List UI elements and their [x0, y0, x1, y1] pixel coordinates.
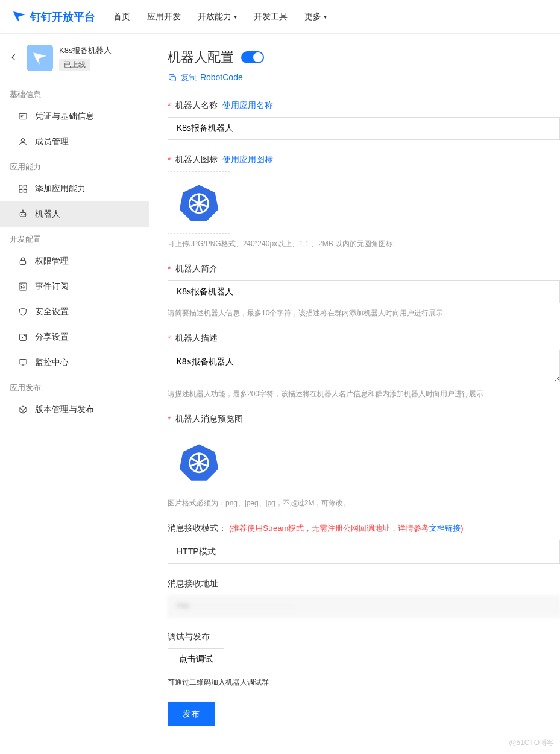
sidebar-item-member[interactable]: 成员管理	[0, 129, 149, 154]
robot-desc-label: 机器人描述	[175, 333, 218, 344]
robot-intro-label: 机器人简介	[175, 264, 218, 274]
nav-app-dev[interactable]: 应用开发	[147, 11, 181, 22]
robot-intro-input[interactable]	[168, 280, 560, 303]
sidebar-item-event[interactable]: 事件订阅	[0, 274, 149, 299]
k8s-icon	[178, 182, 220, 224]
sidebar-item-perm[interactable]: 权限管理	[0, 249, 149, 274]
sidebar-section-pub: 应用发布	[0, 375, 149, 397]
svg-rect-6	[20, 212, 25, 217]
required-mark: *	[168, 264, 171, 274]
sidebar-item-label: 添加应用能力	[35, 183, 86, 194]
shield-icon	[18, 307, 28, 317]
chevron-left-icon	[10, 53, 18, 62]
page-title: 机器人配置	[168, 48, 234, 66]
app-logo-icon	[32, 50, 48, 66]
mode-select[interactable]: HTTP模式	[168, 540, 560, 564]
grid-icon	[18, 184, 28, 194]
mode-label: 消息接收模式：	[168, 523, 227, 534]
svg-rect-5	[24, 189, 27, 192]
intro-hint: 请简要描述机器人信息，最多10个字符，该描述将在群内添加机器人时向用户进行展示	[168, 308, 560, 318]
sidebar-item-label: 权限管理	[35, 256, 69, 267]
robot-icon-upload[interactable]	[168, 171, 230, 234]
sidebar-item-label: 安全设置	[35, 306, 69, 317]
sidebar: K8s报备机器人 已上线 基础信息 凭证与基础信息 成员管理 应用能力 添加应用…	[0, 34, 149, 754]
sidebar-item-add-cap[interactable]: 添加应用能力	[0, 176, 149, 201]
required-mark: *	[168, 155, 171, 165]
publish-button[interactable]: 发布	[168, 702, 215, 726]
lock-icon	[18, 256, 28, 266]
sidebar-item-monitor[interactable]: 监控中心	[0, 350, 149, 375]
package-icon	[18, 405, 28, 414]
chevron-down-icon: ▾	[324, 13, 327, 20]
robot-name-label: 机器人名称	[175, 100, 218, 111]
svg-rect-10	[20, 261, 25, 265]
sidebar-item-label: 凭证与基础信息	[35, 111, 94, 122]
svg-rect-2	[19, 185, 22, 188]
debug-button[interactable]: 点击调试	[168, 648, 224, 670]
svg-rect-14	[171, 76, 175, 81]
sidebar-item-label: 成员管理	[35, 136, 69, 147]
sidebar-item-label: 分享设置	[35, 332, 69, 343]
rss-icon	[18, 282, 28, 291]
sidebar-section-dev: 开发配置	[0, 227, 149, 249]
app-icon	[27, 45, 53, 71]
watermark: @51CTO博客	[509, 738, 554, 748]
use-app-icon-link[interactable]: 使用应用图标	[222, 154, 273, 165]
chevron-down-icon: ▾	[234, 13, 237, 20]
nav-home[interactable]: 首页	[113, 11, 130, 22]
nav-open-cap[interactable]: 开放能力▾	[198, 11, 237, 22]
robot-icon	[18, 209, 28, 219]
app-status-badge: 已上线	[59, 59, 90, 71]
sidebar-section-basic: 基础信息	[0, 82, 149, 104]
svg-point-9	[22, 210, 24, 211]
sidebar-item-label: 版本管理与发布	[35, 404, 94, 415]
robot-preview-label: 机器人消息预览图	[175, 414, 243, 425]
brand-logo[interactable]: 钉钉开放平台	[12, 10, 95, 24]
main-content: 机器人配置 复制 RobotCode * 机器人名称 使用应用名称 * 机器人图…	[149, 34, 560, 754]
sidebar-item-label: 监控中心	[35, 357, 69, 368]
dingtalk-icon	[12, 10, 27, 24]
required-mark: *	[168, 414, 171, 424]
preview-hint: 图片格式必须为：png、jpeg、jpg，不超过2M，可修改。	[168, 498, 560, 508]
app-name: K8s报备机器人	[59, 45, 142, 56]
svg-rect-11	[19, 283, 27, 290]
doc-link[interactable]: 文档链接	[429, 524, 461, 533]
debug-label: 调试与发布	[168, 632, 210, 642]
svg-point-7	[21, 214, 22, 215]
credential-icon	[18, 112, 28, 121]
sidebar-item-label: 事件订阅	[35, 281, 69, 292]
sidebar-item-share[interactable]: 分享设置	[0, 325, 149, 350]
mode-hint: (推荐使用Stream模式，无需注册公网回调地址，详情参考文档链接)	[229, 523, 464, 534]
addr-input-redacted[interactable]: http · · · · · · · · · · · · · · · · · ·…	[168, 595, 560, 617]
robot-name-input[interactable]	[168, 117, 560, 140]
sidebar-section-cap: 应用能力	[0, 154, 149, 176]
sidebar-item-label: 机器人	[35, 209, 60, 220]
svg-rect-0	[19, 113, 27, 119]
monitor-icon	[18, 358, 28, 367]
svg-point-8	[24, 214, 24, 215]
brand-name: 钉钉开放平台	[30, 10, 95, 24]
preview-image-upload[interactable]	[168, 431, 230, 493]
addr-label: 消息接收地址	[168, 578, 218, 589]
sidebar-item-robot[interactable]: 机器人	[0, 201, 149, 227]
svg-rect-13	[19, 360, 27, 364]
sidebar-item-credentials[interactable]: 凭证与基础信息	[0, 104, 149, 129]
robot-desc-input[interactable]	[168, 350, 560, 382]
nav-dev-tool[interactable]: 开发工具	[254, 11, 288, 22]
use-app-name-link[interactable]: 使用应用名称	[222, 100, 273, 111]
debug-hint: 可通过二维码加入机器人调试群	[168, 677, 560, 688]
copy-icon	[168, 73, 177, 83]
icon-hint: 可上传JPG/PNG格式、240*240px以上、1:1 、2MB 以内的无圆角…	[168, 239, 560, 249]
enable-toggle[interactable]	[241, 51, 264, 63]
sidebar-item-security[interactable]: 安全设置	[0, 299, 149, 325]
user-icon	[18, 137, 28, 147]
sidebar-item-version[interactable]: 版本管理与发布	[0, 397, 149, 422]
top-nav: 钉钉开放平台 首页 应用开发 开放能力▾ 开发工具 更多▾	[0, 0, 560, 34]
share-icon	[18, 332, 28, 342]
back-button[interactable]	[7, 51, 20, 66]
desc-hint: 请描述机器人功能，最多200字符，该描述将在机器人名片信息和群内添加机器人时向用…	[168, 389, 560, 399]
required-mark: *	[168, 101, 171, 110]
copy-robotcode-link[interactable]: 复制 RobotCode	[168, 72, 560, 83]
svg-point-1	[21, 139, 24, 142]
nav-more[interactable]: 更多▾	[304, 11, 327, 22]
